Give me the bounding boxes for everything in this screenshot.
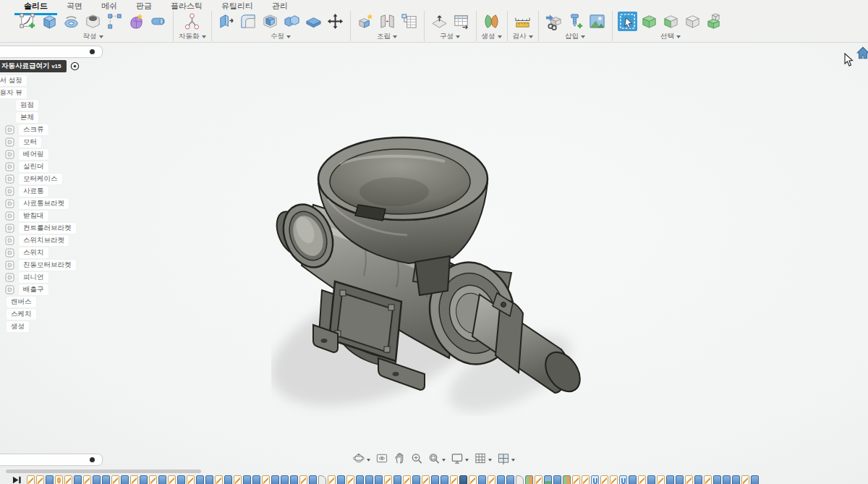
timeline-feature-icon[interactable] <box>318 475 326 484</box>
browser-scroll-bottom[interactable] <box>0 454 103 466</box>
timeline-feature-icon[interactable] <box>375 475 383 484</box>
browser-item[interactable]: 진동모터브라켓 <box>5 259 76 271</box>
timeline-feature-icon[interactable] <box>459 475 467 484</box>
timeline-feature-icon[interactable] <box>309 475 317 484</box>
timeline-feature-icon[interactable] <box>234 475 242 484</box>
select-edge-icon[interactable] <box>683 12 702 31</box>
browser-item[interactable]: 모터케이스 <box>5 173 76 185</box>
joint-origin-icon[interactable] <box>399 12 419 31</box>
timeline-feature-icon[interactable] <box>403 475 411 484</box>
timeline-feature-icon[interactable] <box>281 475 289 484</box>
timeline-feature-icon[interactable] <box>55 475 63 484</box>
timeline-feature-icon[interactable] <box>591 475 599 484</box>
timeline-feature-icon[interactable] <box>177 475 185 484</box>
browser-item[interactable]: 모터 <box>5 136 76 148</box>
insert-derive-icon[interactable] <box>544 12 563 31</box>
browser-root-row[interactable]: 자동사료급여기 v15 <box>0 60 80 72</box>
browser-item[interactable]: 배출구 <box>5 284 76 296</box>
timeline-feature-icon[interactable] <box>46 475 54 484</box>
timeline-feature-icon[interactable] <box>666 475 674 484</box>
timeline-feature-icon[interactable] <box>384 475 392 484</box>
toolbar-group-dropdown[interactable]: 검사 <box>513 32 533 41</box>
move-icon[interactable] <box>326 12 345 31</box>
insert-fastener-icon[interactable] <box>566 12 585 31</box>
timeline-feature-icon[interactable] <box>36 475 44 484</box>
timeline-feature-icon[interactable] <box>102 475 110 484</box>
timeline-feature-icon[interactable] <box>346 475 354 484</box>
timeline-feature-icon[interactable] <box>140 475 148 484</box>
timeline-feature-icon[interactable] <box>694 475 702 484</box>
shell-icon[interactable] <box>260 12 280 31</box>
3d-model[interactable] <box>271 119 597 416</box>
timeline-feature-icon[interactable] <box>629 475 637 484</box>
timeline-feature-icon[interactable] <box>215 475 223 484</box>
browser-item[interactable]: 실린더 <box>5 161 76 173</box>
automate-icon[interactable] <box>182 12 202 31</box>
browser-item[interactable]: 원점 <box>16 99 76 111</box>
browser-item[interactable]: 스위치 <box>5 247 76 259</box>
select-face-icon[interactable] <box>661 12 681 31</box>
browser-item[interactable]: 문서 설정 <box>0 75 76 87</box>
create-form-icon[interactable] <box>127 12 146 31</box>
nav-tool[interactable] <box>411 452 423 467</box>
timeline-feature-icon[interactable] <box>365 475 373 484</box>
timeline-feature-icon[interactable] <box>553 475 561 484</box>
timeline-feature-icon[interactable] <box>271 475 279 484</box>
timeline-feature-icon[interactable] <box>478 475 486 484</box>
browser-item[interactable]: 사료통브라켓 <box>5 198 76 210</box>
timeline-feature-icon[interactable] <box>158 475 166 484</box>
browser-item[interactable]: 컨트롤러브라켓 <box>5 222 76 234</box>
timeline-feature-icon[interactable] <box>328 475 336 484</box>
pipe-icon[interactable] <box>148 12 168 31</box>
timeline-feature-icon[interactable] <box>544 475 552 484</box>
joint-icon[interactable] <box>378 12 397 31</box>
extrude-icon[interactable] <box>40 12 59 31</box>
toolbar-group-dropdown[interactable]: 조립 <box>377 32 397 41</box>
pattern-icon[interactable] <box>105 12 124 31</box>
timeline-feature-icon[interactable] <box>676 475 684 484</box>
nav-tool[interactable] <box>393 452 406 467</box>
timeline-feature-icon[interactable] <box>713 475 721 484</box>
timeline-feature-icon[interactable] <box>619 475 627 484</box>
new-component-icon[interactable] <box>356 12 375 31</box>
timeline-feature-icon[interactable] <box>610 475 618 484</box>
toolbar-group-dropdown[interactable]: 생성 <box>482 32 502 41</box>
timeline-feature-icon[interactable] <box>506 475 514 484</box>
timeline-feature-icon[interactable] <box>431 475 439 484</box>
browser-item[interactable]: 캔버스 <box>7 296 76 308</box>
timeline-feature-icon[interactable] <box>704 475 712 484</box>
insert-canvas-icon[interactable] <box>587 12 607 31</box>
timeline-feature-icon[interactable] <box>535 475 542 484</box>
timeline-feature-icon[interactable] <box>290 475 298 484</box>
browser-item[interactable]: 사용자 뷰 <box>0 87 76 99</box>
toolbar-group-dropdown[interactable]: 선택 <box>660 32 681 41</box>
select-window-icon[interactable] <box>618 12 637 31</box>
toolbar-group-dropdown[interactable]: 구성 <box>440 32 460 41</box>
timeline-feature-icon[interactable] <box>723 475 731 484</box>
nav-tool[interactable] <box>428 452 446 467</box>
viewcube-home-icon[interactable] <box>855 45 868 61</box>
timeline-feature-icon[interactable] <box>356 475 364 484</box>
timeline-feature-icon[interactable] <box>751 475 759 484</box>
nav-tool[interactable] <box>353 452 371 467</box>
browser-item[interactable]: 생성 <box>7 320 76 333</box>
parameters-icon[interactable] <box>451 12 471 31</box>
timeline-scrollbar[interactable] <box>6 470 201 473</box>
offset-face-icon[interactable] <box>304 12 323 31</box>
browser-item[interactable]: 베어링 <box>5 148 76 161</box>
viewport[interactable]: 자동사료급여기 v15 문서 설정 사용자 뷰 원점 <box>0 43 868 484</box>
fillet-icon[interactable] <box>239 12 258 31</box>
browser-item[interactable]: 피니언 <box>5 271 76 284</box>
timeline-feature-icon[interactable] <box>111 475 119 484</box>
timeline-feature-icon[interactable] <box>224 475 232 484</box>
timeline-feature-icon[interactable] <box>93 475 101 484</box>
timeline-feature-icon[interactable] <box>497 475 505 484</box>
timeline-feature-icon[interactable] <box>243 475 251 484</box>
nav-tool[interactable] <box>498 452 516 467</box>
skip-to-end-icon[interactable] <box>12 475 22 484</box>
timeline-feature-icon[interactable] <box>187 475 195 484</box>
browser-item[interactable]: 스위치브라켓 <box>5 234 76 247</box>
timeline-feature-icon[interactable] <box>130 475 138 484</box>
measure-icon[interactable] <box>513 12 532 31</box>
timeline-feature-icon[interactable] <box>525 475 533 484</box>
